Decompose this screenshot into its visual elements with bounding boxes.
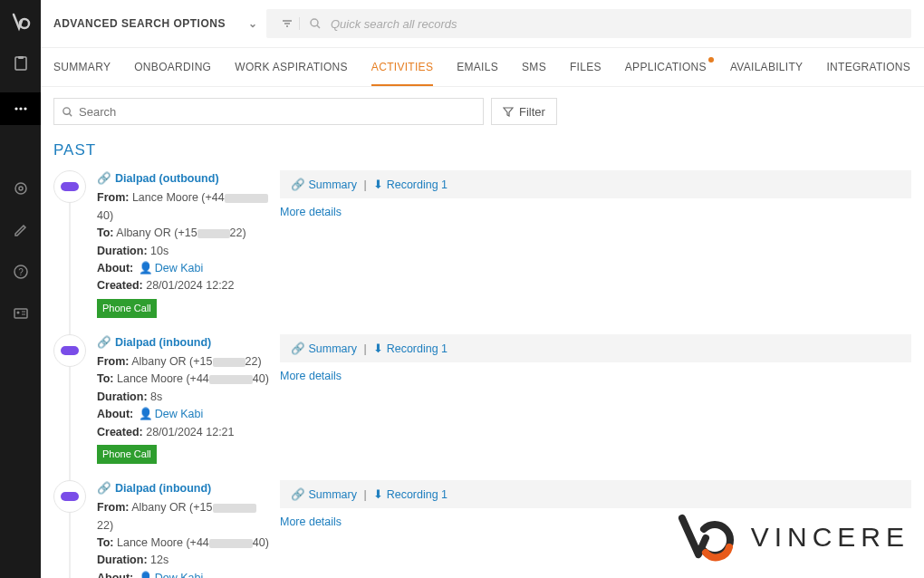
svg-point-3 xyxy=(14,107,17,110)
activity-details: 🔗Dialpad (outbound)From: Lance Moore (+4… xyxy=(97,170,269,318)
funnel-icon xyxy=(503,106,514,117)
summary-link[interactable]: Summary xyxy=(308,178,356,191)
more-details-link[interactable]: More details xyxy=(280,515,342,528)
tab-activities[interactable]: ACTIVITIES xyxy=(371,61,433,86)
tab-summary[interactable]: SUMMARY xyxy=(53,61,111,86)
svg-rect-2 xyxy=(18,56,24,59)
toolbar: Filter xyxy=(41,87,924,136)
advanced-search-toggle[interactable]: ADVANCED SEARCH OPTIONS ⌄ xyxy=(53,17,257,30)
svg-point-7 xyxy=(19,187,23,190)
topbar: ADVANCED SEARCH OPTIONS ⌄ xyxy=(41,0,924,48)
summary-link[interactable]: Summary xyxy=(308,342,356,355)
quick-search-input[interactable] xyxy=(331,17,902,31)
tab-work-aspirations[interactable]: WORK ASPIRATIONS xyxy=(235,61,348,86)
chevron-down-icon: ⌄ xyxy=(248,17,258,30)
svg-point-19 xyxy=(63,107,70,113)
svg-line-20 xyxy=(69,113,72,116)
section-title: PAST xyxy=(53,141,911,159)
filter-button[interactable]: Filter xyxy=(491,98,557,125)
quick-search-bar xyxy=(266,9,911,38)
person-icon: 👤 xyxy=(139,262,153,275)
svg-text:?: ? xyxy=(18,267,24,277)
svg-line-18 xyxy=(317,25,320,28)
tab-files[interactable]: FILES xyxy=(570,61,602,86)
tab-emails[interactable]: EMAILS xyxy=(457,61,498,86)
activity-details: 🔗Dialpad (inbound)From: Albany OR (+1522… xyxy=(97,480,269,578)
svg-point-4 xyxy=(19,107,22,110)
recording-link[interactable]: Recording 1 xyxy=(387,342,448,355)
tab-onboarding[interactable]: ONBOARDING xyxy=(134,61,211,86)
search-icon xyxy=(62,106,73,118)
link-icon: 🔗 xyxy=(291,342,305,355)
link-icon: 🔗 xyxy=(291,178,305,191)
activity-links: 🔗 Summary | ⬇ Recording 1More details xyxy=(280,334,911,464)
brand-mark-icon xyxy=(677,511,740,564)
brand-text: VINCERE xyxy=(751,522,910,553)
tab-applications[interactable]: APPLICATIONS xyxy=(625,61,707,86)
activity-tag: Phone Call xyxy=(97,299,157,318)
activity-marker-icon xyxy=(53,480,86,513)
sidebar: ? xyxy=(0,0,41,578)
help-icon[interactable]: ? xyxy=(8,259,34,284)
link-icon: 🔗 xyxy=(97,336,111,349)
more-icon[interactable] xyxy=(0,92,41,125)
recording-link[interactable]: Recording 1 xyxy=(387,488,448,501)
link-icon: 🔗 xyxy=(97,482,111,495)
download-icon: ⬇ xyxy=(373,342,383,355)
search-icon xyxy=(309,17,322,30)
filter-lines-icon[interactable] xyxy=(275,17,300,30)
filter-label: Filter xyxy=(519,105,545,119)
contact-card-icon[interactable] xyxy=(8,301,34,326)
download-icon: ⬇ xyxy=(373,178,383,191)
activity-links: 🔗 Summary | ⬇ Recording 1More details xyxy=(280,170,911,318)
activity-tag: Phone Call xyxy=(97,445,157,464)
advanced-search-label: ADVANCED SEARCH OPTIONS xyxy=(53,17,226,30)
person-icon: 👤 xyxy=(139,572,153,578)
more-details-link[interactable]: More details xyxy=(280,370,342,382)
link-icon: 🔗 xyxy=(97,172,111,185)
link-icon: 🔗 xyxy=(291,488,305,501)
svg-rect-10 xyxy=(14,309,27,318)
activity-marker-icon xyxy=(53,334,86,367)
svg-rect-1 xyxy=(15,57,26,70)
activity-title[interactable]: 🔗Dialpad (inbound) xyxy=(97,480,269,497)
logo-icon[interactable] xyxy=(8,9,34,34)
activity-search xyxy=(53,98,484,125)
edit-icon[interactable] xyxy=(8,217,34,243)
svg-point-6 xyxy=(15,183,26,194)
download-icon: ⬇ xyxy=(373,488,383,501)
svg-point-5 xyxy=(24,107,26,110)
settings-icon[interactable] xyxy=(8,176,34,201)
svg-point-17 xyxy=(311,19,318,26)
activity-details: 🔗Dialpad (inbound)From: Albany OR (+1522… xyxy=(97,334,269,464)
tabs: SUMMARYONBOARDINGWORK ASPIRATIONSACTIVIT… xyxy=(41,48,924,87)
tab-availability[interactable]: AVAILABILITY xyxy=(730,61,804,86)
recording-link[interactable]: Recording 1 xyxy=(387,178,448,191)
more-details-link[interactable]: More details xyxy=(280,206,342,218)
activity-title[interactable]: 🔗Dialpad (inbound) xyxy=(97,334,269,352)
clipboard-icon[interactable] xyxy=(8,51,34,76)
svg-point-11 xyxy=(16,312,19,314)
person-icon: 👤 xyxy=(139,408,153,420)
activity-marker-icon xyxy=(53,170,86,203)
brand-logo: VINCERE xyxy=(677,511,910,564)
tab-sms[interactable]: SMS xyxy=(522,61,546,86)
tab-integrations[interactable]: INTEGRATIONS xyxy=(826,61,910,86)
notification-dot-icon xyxy=(708,57,714,63)
activity-item: 🔗Dialpad (inbound)From: Albany OR (+1522… xyxy=(53,334,911,464)
activity-item: 🔗Dialpad (outbound)From: Lance Moore (+4… xyxy=(53,170,911,318)
summary-link[interactable]: Summary xyxy=(308,488,356,501)
activity-title[interactable]: 🔗Dialpad (outbound) xyxy=(97,170,269,188)
activity-search-input[interactable] xyxy=(79,105,476,119)
